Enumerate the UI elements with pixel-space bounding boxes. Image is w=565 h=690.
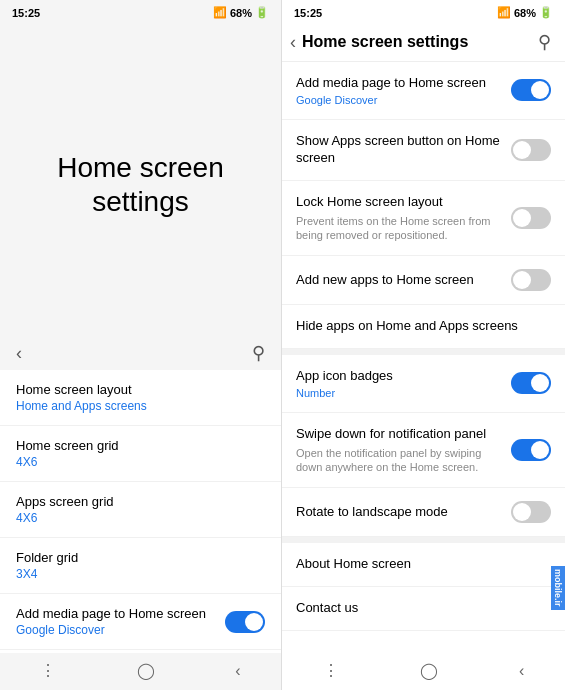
right-lock-title: Lock Home screen layout [296,194,501,211]
menu-item-sub-folder-grid: 3X4 [16,567,265,581]
menu-item-title-home-grid: Home screen grid [16,438,265,453]
left-media-text: Add media page to Home screen Google Dis… [16,606,225,637]
wifi-icon: 📶 [213,6,227,19]
right-item-rotate[interactable]: Rotate to landscape mode [282,488,565,537]
left-panel: 15:25 📶 68% 🔋 Home screen settings ‹ ⚲ H… [0,0,282,690]
right-badges-text: App icon badges Number [296,368,511,399]
right-toggle-apps-button[interactable] [511,139,551,161]
menu-item-sub-apps-grid: 4X6 [16,511,265,525]
watermark: mobile.ir [551,566,565,610]
left-menu-item-folder-grid[interactable]: Folder grid 3X4 [0,538,281,594]
left-menu-item-apps-grid[interactable]: Apps screen grid 4X6 [0,482,281,538]
right-contact-title: Contact us [296,600,551,617]
right-status-icons: 📶 68% 🔋 [497,6,553,19]
menu-item-sub-home-grid: 4X6 [16,455,265,469]
right-battery-text: 68% [514,7,536,19]
right-content: Add media page to Home screen Google Dis… [282,62,565,653]
right-item-badges[interactable]: App icon badges Number [282,355,565,413]
left-bottom-nav: ⋮ ◯ ‹ [0,653,281,690]
right-media-sub: Google Discover [296,94,501,106]
right-hide-apps-title: Hide apps on Home and Apps screens [296,318,541,335]
left-menu-item-home-grid[interactable]: Home screen grid 4X6 [0,426,281,482]
right-add-apps-text: Add new apps to Home screen [296,272,511,289]
right-apps-button-text: Show Apps screen button on Home screen [296,133,511,167]
right-apps-button-title: Show Apps screen button on Home screen [296,133,501,167]
right-panel: 15:25 📶 68% 🔋 ‹ Home screen settings ⚲ A… [282,0,565,690]
right-toggle-rotate[interactable] [511,501,551,523]
right-toggle-badges[interactable] [511,372,551,394]
right-status-bar: 15:25 📶 68% 🔋 [282,0,565,23]
right-swipe-desc: Open the notification panel by swiping d… [296,446,501,475]
menu-item-title-layout: Home screen layout [16,382,265,397]
left-nav-home-icon[interactable]: ◯ [137,661,155,680]
right-item-hide-apps[interactable]: Hide apps on Home and Apps screens [282,305,565,349]
right-toggle-swipe[interactable] [511,439,551,461]
right-lock-text: Lock Home screen layout Prevent items on… [296,194,511,242]
menu-item-title-media: Add media page to Home screen [16,606,215,621]
right-hide-apps-text: Hide apps on Home and Apps screens [296,318,551,335]
right-search-icon[interactable]: ⚲ [538,31,551,53]
right-header-left: ‹ Home screen settings [290,32,468,53]
left-menu-list: Home screen layout Home and Apps screens… [0,370,281,653]
right-rotate-title: Rotate to landscape mode [296,504,501,521]
right-nav-back-icon[interactable]: ‹ [519,662,524,680]
left-title-area: Home screen settings [0,23,281,336]
menu-item-sub-layout: Home and Apps screens [16,399,265,413]
right-time: 15:25 [294,7,322,19]
battery-icon: 🔋 [255,6,269,19]
right-battery-icon: 🔋 [539,6,553,19]
right-header: ‹ Home screen settings ⚲ [282,23,565,62]
right-badges-sub: Number [296,387,501,399]
right-item-contact[interactable]: Contact us [282,587,565,631]
right-back-icon[interactable]: ‹ [290,32,296,53]
left-nav-bar: ‹ ⚲ [0,336,281,370]
right-swipe-text: Swipe down for notification panel Open t… [296,426,511,474]
right-page-title: Home screen settings [302,33,468,51]
right-nav-home-icon[interactable]: ◯ [420,661,438,680]
left-back-icon[interactable]: ‹ [16,343,22,364]
left-toggle-media[interactable] [225,611,265,633]
left-search-icon[interactable]: ⚲ [252,342,265,364]
right-item-about[interactable]: About Home screen [282,543,565,587]
left-status-bar: 15:25 📶 68% 🔋 [0,0,281,23]
right-swipe-title: Swipe down for notification panel [296,426,501,443]
left-nav-back-icon[interactable]: ‹ [235,662,240,680]
right-item-apps-button[interactable]: Show Apps screen button on Home screen [282,120,565,181]
left-page-title: Home screen settings [30,151,251,218]
right-lock-desc: Prevent items on the Home screen from be… [296,214,501,243]
right-item-swipe[interactable]: Swipe down for notification panel Open t… [282,413,565,488]
right-about-title: About Home screen [296,556,551,573]
right-toggle-lock[interactable] [511,207,551,229]
left-time: 15:25 [12,7,40,19]
right-item-add-apps[interactable]: Add new apps to Home screen [282,256,565,305]
right-rotate-text: Rotate to landscape mode [296,504,511,521]
left-menu-item-layout[interactable]: Home screen layout Home and Apps screens [0,370,281,426]
right-item-lock[interactable]: Lock Home screen layout Prevent items on… [282,181,565,256]
right-media-text: Add media page to Home screen Google Dis… [296,75,511,106]
battery-text: 68% [230,7,252,19]
menu-item-title-folder-grid: Folder grid [16,550,265,565]
right-add-apps-title: Add new apps to Home screen [296,272,501,289]
left-status-icons: 📶 68% 🔋 [213,6,269,19]
right-toggle-media[interactable] [511,79,551,101]
right-badges-title: App icon badges [296,368,501,385]
menu-item-title-apps-grid: Apps screen grid [16,494,265,509]
right-wifi-icon: 📶 [497,6,511,19]
menu-item-sub-media: Google Discover [16,623,215,637]
right-nav-menu-icon[interactable]: ⋮ [323,661,339,680]
left-menu-item-media[interactable]: Add media page to Home screen Google Dis… [0,594,281,650]
right-item-media[interactable]: Add media page to Home screen Google Dis… [282,62,565,120]
left-nav-menu-icon[interactable]: ⋮ [40,661,56,680]
right-bottom-nav: ⋮ ◯ ‹ [282,653,565,690]
right-media-title: Add media page to Home screen [296,75,501,92]
right-toggle-add-apps[interactable] [511,269,551,291]
